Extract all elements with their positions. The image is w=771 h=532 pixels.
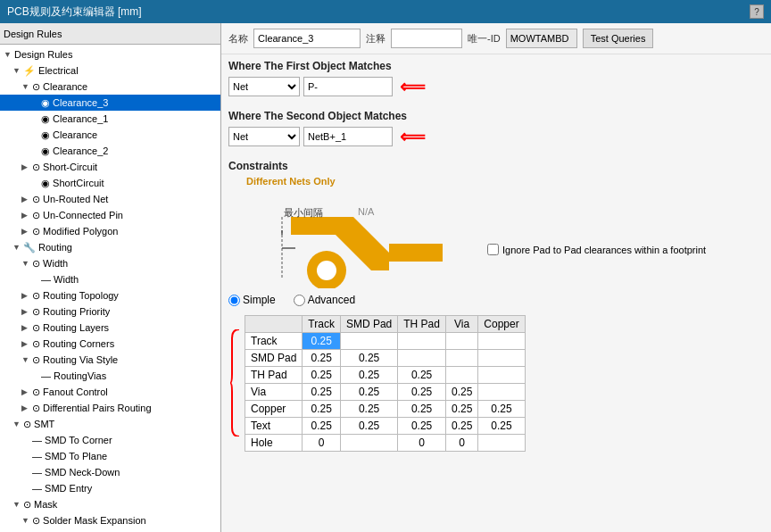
cell-via-track[interactable]: 0.25 bbox=[303, 384, 341, 401]
cell-text-copper[interactable]: 0.25 bbox=[478, 418, 525, 435]
cell-smd-copper bbox=[478, 350, 525, 367]
tree-item-smt[interactable]: ▼ ⊙ SMT bbox=[0, 416, 220, 432]
cell-text-track[interactable]: 0.25 bbox=[303, 418, 341, 435]
cell-via-smd[interactable]: 0.25 bbox=[340, 384, 397, 401]
tree-item-solder-mask-rule[interactable]: — SolderMaskExpansion bbox=[0, 528, 220, 532]
rule-header: 名称 注释 唯一-ID Test Queries bbox=[221, 23, 771, 54]
cell-copper-copper[interactable]: 0.25 bbox=[478, 401, 525, 418]
cell-track-track[interactable]: 0.25 bbox=[303, 333, 341, 350]
cell-th-smd[interactable]: 0.25 bbox=[340, 367, 397, 384]
cell-copper-track[interactable]: 0.25 bbox=[303, 401, 341, 418]
diagram-svg bbox=[228, 190, 478, 288]
right-scroll-area[interactable]: Where The First Object Matches Net NetCl… bbox=[221, 54, 771, 532]
tree-item-clearance[interactable]: ◉ Clearance bbox=[0, 127, 220, 143]
advanced-radio[interactable] bbox=[294, 295, 305, 306]
tree-item-routing-via-style[interactable]: ▼ ⊙ Routing Via Style bbox=[0, 352, 220, 368]
tree-item-clearance3[interactable]: ◉ Clearance_3 bbox=[0, 95, 220, 111]
title-bar: PCB规则及约束编辑器 [mm] ? bbox=[0, 0, 771, 23]
first-match-type-select[interactable]: Net NetClass Layer All bbox=[228, 77, 300, 96]
tree-item-width[interactable]: ▼ ⊙ Width bbox=[0, 255, 220, 271]
table-container: Track SMD Pad TH Pad Via Copper Track 0.… bbox=[228, 312, 764, 452]
cell-text-th[interactable]: 0.25 bbox=[398, 418, 446, 435]
tree-item-electrical[interactable]: ▼ ⚡ Electrical bbox=[0, 62, 220, 79]
simple-radio-label[interactable]: Simple bbox=[228, 294, 276, 306]
tree-item-modified-polygon[interactable]: ▶ ⊙ Modified Polygon bbox=[0, 223, 220, 239]
red-arrow-second: ⟸ bbox=[400, 126, 426, 147]
tree-item-fanout-control[interactable]: ▶ ⊙ Fanout Control bbox=[0, 384, 220, 400]
cell-hole-copper bbox=[478, 435, 525, 452]
tree-item-smd-to-plane[interactable]: — SMD To Plane bbox=[0, 448, 220, 464]
tree-item-smd-neck-down[interactable]: — SMD Neck-Down bbox=[0, 464, 220, 480]
row-label-hole: Hole bbox=[245, 435, 303, 452]
tree-item-routing[interactable]: ▼ 🔧 Routing bbox=[0, 239, 220, 255]
tree-item-diff-pairs[interactable]: ▶ ⊙ Differential Pairs Routing bbox=[0, 400, 220, 416]
cell-th-th[interactable]: 0.25 bbox=[398, 367, 446, 384]
col-header-smd-pad: SMD Pad bbox=[340, 316, 397, 333]
tree-item-un-routed-net[interactable]: ▶ ⊙ Un-Routed Net bbox=[0, 191, 220, 207]
tree-item-routing-priority[interactable]: ▶ ⊙ Routing Priority bbox=[0, 303, 220, 320]
tree-item-clearance-group[interactable]: ▼ ⊙ Clearance bbox=[0, 79, 220, 95]
cell-hole-track[interactable]: 0 bbox=[303, 435, 341, 452]
arrow-icon: ▶ bbox=[21, 195, 32, 204]
tree-item-short-circuit[interactable]: ▶ ⊙ Short-Circuit bbox=[0, 159, 220, 175]
tree-item-routing-layers[interactable]: ▶ ⊙ Routing Layers bbox=[0, 320, 220, 336]
cell-track-copper bbox=[478, 333, 525, 350]
second-match-row: Net NetClass Layer All ⟸ bbox=[228, 126, 764, 147]
tree-item-routing-vias[interactable]: — RoutingVias bbox=[0, 368, 220, 384]
test-queries-button[interactable]: Test Queries bbox=[583, 29, 654, 48]
ignore-pad-checkbox[interactable] bbox=[487, 244, 499, 255]
cell-via-copper bbox=[478, 384, 525, 401]
table-row: Hole 0 0 0 bbox=[245, 435, 526, 452]
cell-copper-via[interactable]: 0.25 bbox=[445, 401, 477, 418]
arrow-icon: ▼ bbox=[12, 243, 23, 252]
tree-item-width-rule[interactable]: — Width bbox=[0, 271, 220, 287]
table-row: TH Pad 0.25 0.25 0.25 bbox=[245, 367, 526, 384]
second-match-value-input[interactable] bbox=[303, 127, 393, 146]
second-match-type-select[interactable]: Net NetClass Layer All bbox=[228, 127, 300, 146]
tree-header-label: Design Rules bbox=[4, 29, 62, 39]
tree-item-smd-entry[interactable]: — SMD Entry bbox=[0, 480, 220, 496]
arrow-icon: ▶ bbox=[21, 307, 32, 316]
rule-name-input[interactable] bbox=[253, 29, 361, 48]
arrow-icon: ▼ bbox=[4, 50, 14, 59]
cell-text-via[interactable]: 0.25 bbox=[445, 418, 477, 435]
simple-radio[interactable] bbox=[228, 295, 240, 306]
red-brace-container bbox=[228, 329, 241, 439]
tree-item-routing-corners[interactable]: ▶ ⊙ Routing Corners bbox=[0, 336, 220, 352]
cell-smd-track[interactable]: 0.25 bbox=[303, 350, 341, 367]
cell-hole-via[interactable]: 0 bbox=[445, 435, 477, 452]
col-header-via: Via bbox=[445, 316, 477, 333]
cell-copper-th[interactable]: 0.25 bbox=[398, 401, 446, 418]
col-header-copper: Copper bbox=[478, 316, 525, 333]
tree-item-un-connected-pin[interactable]: ▶ ⊙ Un-Connected Pin bbox=[0, 207, 220, 223]
svg-marker-1 bbox=[389, 244, 443, 262]
help-button[interactable]: ? bbox=[750, 4, 764, 19]
unique-id-label: 唯一-ID bbox=[468, 32, 501, 46]
first-match-value-input[interactable] bbox=[303, 77, 393, 96]
tree-item-clearance2[interactable]: ◉ Clearance_2 bbox=[0, 143, 220, 159]
col-header-track: Track bbox=[303, 316, 341, 333]
cell-smd-smd[interactable]: 0.25 bbox=[340, 350, 397, 367]
advanced-radio-label[interactable]: Advanced bbox=[294, 294, 355, 306]
unique-id-input bbox=[506, 29, 577, 48]
cell-via-th[interactable]: 0.25 bbox=[398, 384, 446, 401]
cell-via-via[interactable]: 0.25 bbox=[445, 384, 477, 401]
na-label: N/A bbox=[358, 206, 374, 217]
red-arrow-first: ⟸ bbox=[400, 76, 426, 97]
tree-item-mask[interactable]: ▼ ⊙ Mask bbox=[0, 496, 220, 512]
arrow-icon: ▶ bbox=[21, 403, 32, 412]
comment-input[interactable] bbox=[391, 29, 462, 48]
cell-copper-smd[interactable]: 0.25 bbox=[340, 401, 397, 418]
row-label-smd-pad: SMD Pad bbox=[245, 350, 303, 367]
tree-item-routing-topology[interactable]: ▶ ⊙ Routing Topology bbox=[0, 287, 220, 303]
tree-item-clearance1[interactable]: ◉ Clearance_1 bbox=[0, 111, 220, 127]
cell-th-track[interactable]: 0.25 bbox=[303, 367, 341, 384]
cell-hole-th[interactable]: 0 bbox=[398, 435, 446, 452]
tree-item-smd-to-corner[interactable]: — SMD To Corner bbox=[0, 432, 220, 448]
tree-item-design-rules[interactable]: ▼ Design Rules bbox=[0, 46, 220, 62]
second-match-title: Where The Second Object Matches bbox=[228, 110, 764, 122]
tree-item-shortcircuit[interactable]: ◉ ShortCircuit bbox=[0, 175, 220, 191]
tree-item-solder-mask[interactable]: ▼ ⊙ Solder Mask Expansion bbox=[0, 512, 220, 528]
tree-scroll[interactable]: ▼ Design Rules ▼ ⚡ Electrical ▼ ⊙ Cleara… bbox=[0, 45, 220, 532]
cell-text-smd[interactable]: 0.25 bbox=[340, 418, 397, 435]
